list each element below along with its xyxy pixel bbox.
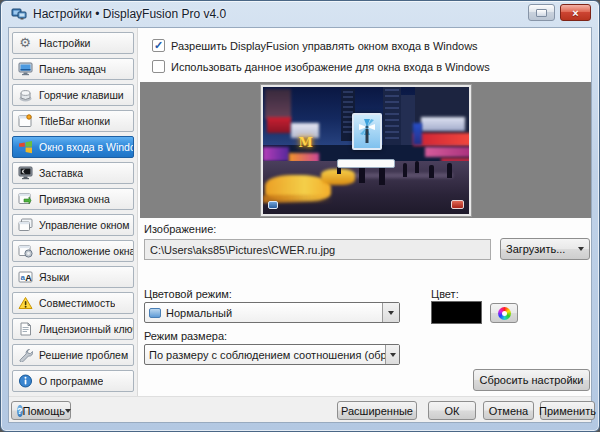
sidebar-item-compatibility[interactable]: Совместимость: [12, 292, 134, 314]
window-snap-icon: [17, 191, 33, 207]
color-mode-icon: [149, 308, 161, 318]
hotkey-icon: [17, 87, 33, 103]
close-button[interactable]: ×: [560, 4, 591, 21]
sidebar-item-settings[interactable]: ⚙ Настройки: [12, 32, 134, 54]
sidebar-item-logon-window[interactable]: Окно входа в Windows: [12, 136, 134, 158]
settings-window: Настройки • DisplayFusion Pro v4.0 × ⚙ Н…: [0, 0, 600, 432]
checkbox-unchecked[interactable]: [152, 60, 165, 73]
languages-icon: aA: [17, 269, 33, 285]
chevron-down-icon: [578, 247, 584, 251]
sidebar-item-screensaver[interactable]: Заставка: [12, 162, 134, 184]
logon-preview-image: M: [261, 85, 471, 216]
power-button-icon: [451, 200, 464, 209]
wrench-icon: [17, 347, 33, 363]
combo-arrow[interactable]: [382, 303, 399, 322]
cancel-button[interactable]: Отмена: [483, 401, 534, 420]
titlebar-buttons-icon: [17, 113, 33, 129]
sidebar-item-titlebar-buttons[interactable]: TitleBar кнопки: [12, 110, 134, 132]
sidebar-item-hotkeys[interactable]: Горячие клавиши: [12, 84, 134, 106]
svg-text:A: A: [25, 273, 32, 283]
windows-logo-icon: [17, 139, 33, 155]
size-mode-select[interactable]: По размеру с соблюдением соотношения (об…: [144, 344, 400, 365]
sidebar-item-troubleshooting[interactable]: Решение проблем: [12, 344, 134, 366]
color-label: Цвет:: [431, 288, 459, 300]
screensaver-monitor-icon: [17, 165, 33, 181]
check-icon: ✓: [154, 39, 163, 52]
footer-bar: ? Помощь Расширенные ОК Отмена Применить: [9, 396, 591, 422]
use-image-checkbox[interactable]: Использовать данное изображение для окна…: [152, 60, 490, 73]
license-document-icon: [17, 321, 33, 337]
sidebar-item-window-management[interactable]: Управление окном: [12, 214, 134, 236]
mcdonalds-sign: M: [299, 135, 313, 150]
color-mode-label: Цветовой режим:: [144, 288, 232, 300]
client-area: ⚙ Настройки Панель задач Горячие клавиши: [8, 27, 592, 423]
sidebar-item-taskbar[interactable]: Панель задач: [12, 58, 134, 80]
logon-password-box: [337, 159, 395, 168]
apply-button[interactable]: Применить: [540, 401, 595, 420]
window-management-icon: [17, 217, 33, 233]
color-picker-button[interactable]: [490, 303, 518, 323]
image-label: Изображение:: [144, 223, 216, 235]
color-swatch[interactable]: [431, 301, 482, 324]
logon-preview-backdrop: M: [140, 82, 591, 218]
chevron-down-icon: [65, 409, 71, 413]
reset-settings-button[interactable]: Сбросить настройки: [473, 369, 590, 391]
sidebar-item-window-snap[interactable]: Привязка окна: [12, 188, 134, 210]
allow-displayfusion-checkbox[interactable]: ✓ Разрешить DisplayFusion управлять окно…: [152, 39, 478, 52]
gear-icon: ⚙: [17, 35, 33, 51]
sidebar-item-window-position[interactable]: Расположение окна: [12, 240, 134, 262]
color-mode-select[interactable]: Нормальный: [144, 302, 400, 323]
help-button[interactable]: ? Помощь: [11, 401, 71, 420]
sidebar: ⚙ Настройки Панель задач Горячие клавиши: [9, 28, 137, 396]
help-window-icon: [536, 9, 547, 17]
close-icon: ×: [572, 7, 578, 19]
titlebar-help-button[interactable]: [528, 4, 555, 21]
logon-user-tile: [352, 113, 382, 150]
load-image-button[interactable]: Загрузить...: [500, 238, 590, 260]
color-wheel-icon: [498, 307, 511, 320]
size-mode-label: Режим размера:: [144, 330, 227, 342]
titlebar: Настройки • DisplayFusion Pro v4.0 ×: [1, 1, 599, 27]
app-icon: [11, 6, 27, 22]
sidebar-item-about[interactable]: О программе: [12, 370, 134, 392]
ok-button[interactable]: ОК: [428, 401, 476, 420]
window-title: Настройки • DisplayFusion Pro v4.0: [33, 7, 226, 21]
sidebar-item-license-key[interactable]: Лицензионный ключ: [12, 318, 134, 340]
ease-of-access-icon: [268, 201, 278, 209]
image-path-input[interactable]: [144, 239, 491, 260]
main-panel: ✓ Разрешить DisplayFusion управлять окно…: [137, 28, 591, 396]
info-icon: [17, 373, 33, 389]
window-position-icon: [17, 243, 33, 259]
sidebar-item-languages[interactable]: aA Языки: [12, 266, 134, 288]
checkbox-checked[interactable]: ✓: [152, 39, 165, 52]
advanced-button[interactable]: Расширенные: [337, 401, 417, 420]
combo-arrow[interactable]: [385, 345, 399, 364]
warning-triangle-icon: [17, 295, 33, 311]
taskbar-monitor-icon: [17, 61, 33, 77]
